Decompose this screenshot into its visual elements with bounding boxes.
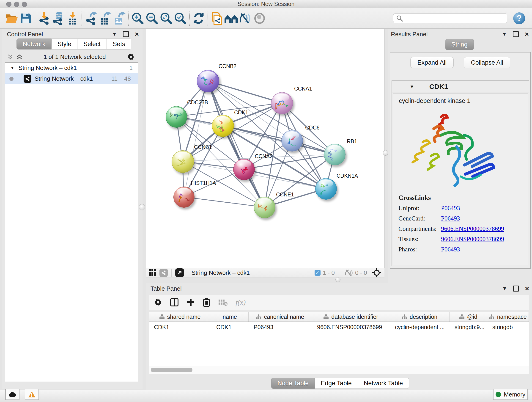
column-header-namespace[interactable]: namespace bbox=[487, 312, 529, 322]
network-node-CCNB1[interactable] bbox=[172, 150, 194, 173]
tab-node-table[interactable]: Node Table bbox=[271, 378, 315, 389]
crosshair-icon[interactable] bbox=[372, 268, 381, 277]
hide-graphics-details-button[interactable] bbox=[238, 11, 253, 26]
import-table-button[interactable] bbox=[65, 11, 80, 26]
export-table-button[interactable] bbox=[98, 11, 112, 26]
tab-edge-table[interactable]: Edge Table bbox=[315, 378, 358, 389]
table-row[interactable]: CDK1CDK1P064939606.ENSP00000378699cyclin… bbox=[149, 322, 529, 332]
apply-layout-button[interactable] bbox=[191, 11, 206, 26]
open-in-window-icon[interactable] bbox=[175, 268, 184, 277]
network-node-CDC25B[interactable] bbox=[166, 106, 187, 128]
cloud-button[interactable] bbox=[5, 389, 19, 400]
tab-sets[interactable]: Sets bbox=[107, 38, 131, 50]
window-title: Session: New Session bbox=[0, 1, 532, 7]
crosslink-genecard-link[interactable]: P06493 bbox=[441, 215, 460, 222]
open-session-button[interactable] bbox=[5, 11, 19, 26]
collapse-all-icon[interactable] bbox=[7, 54, 13, 60]
export-image-button[interactable] bbox=[112, 11, 127, 26]
network-node-CCNE1[interactable] bbox=[254, 197, 275, 218]
table-hscrollbar[interactable] bbox=[149, 366, 529, 374]
node-gloss bbox=[236, 160, 251, 168]
zoom-in-button[interactable] bbox=[131, 11, 145, 26]
right-splitter-handle[interactable] bbox=[383, 150, 388, 156]
node-label-HIST1H1A: HIST1H1A bbox=[191, 180, 216, 186]
tab-network-table[interactable]: Network Table bbox=[358, 378, 409, 389]
column-header-canonical-name[interactable]: canonical name bbox=[249, 312, 312, 322]
collapse-panel-icon[interactable]: ▼ bbox=[502, 31, 507, 37]
table-cell[interactable]: CDK1 bbox=[211, 322, 249, 332]
network-node-CDK1[interactable] bbox=[212, 115, 234, 137]
network-node-RB1[interactable] bbox=[324, 144, 346, 165]
close-panel-icon[interactable]: × bbox=[135, 32, 139, 36]
add-column-icon[interactable] bbox=[186, 298, 195, 306]
float-panel-icon[interactable] bbox=[513, 31, 519, 37]
network-node-CDKN1A[interactable] bbox=[315, 178, 337, 200]
network-node-CCNB2[interactable] bbox=[197, 70, 219, 92]
crosslink-tissues-link[interactable]: 9606.ENSP00000378699 bbox=[441, 236, 504, 243]
table-panel-title: Table Panel bbox=[151, 285, 182, 292]
network-node-CCNA2[interactable] bbox=[233, 159, 255, 180]
float-panel-icon[interactable] bbox=[513, 286, 519, 292]
column-header-shared-name[interactable]: shared name bbox=[149, 312, 211, 322]
table-cell[interactable]: P06493 bbox=[249, 322, 312, 332]
table-hscrollbar-thumb[interactable] bbox=[151, 368, 192, 372]
network-canvas[interactable]: CCNB2CCNA1CDC25BCDK1CDC6RB1CCNB1CCNA2CDK… bbox=[146, 29, 385, 268]
import-network-button[interactable] bbox=[37, 11, 51, 26]
zoom-out-button[interactable] bbox=[145, 11, 159, 26]
network-row-selected[interactable]: String Network – cdk1 11 48 bbox=[5, 73, 138, 84]
tab-network[interactable]: Network bbox=[17, 38, 51, 50]
warnings-button[interactable] bbox=[25, 389, 39, 400]
column-header-name[interactable]: name bbox=[211, 312, 249, 322]
gear-icon[interactable] bbox=[127, 53, 135, 61]
column-header-description[interactable]: description bbox=[390, 312, 450, 322]
delete-column-trash-icon[interactable] bbox=[203, 298, 210, 307]
hidden-eye-icon[interactable] bbox=[345, 269, 353, 276]
network-node-CCNA1[interactable] bbox=[271, 92, 293, 114]
close-panel-icon[interactable]: × bbox=[525, 286, 529, 291]
tab-string[interactable]: String bbox=[445, 39, 474, 50]
table-cell[interactable]: CDK1 bbox=[149, 322, 211, 332]
crosslink-uniprot-link[interactable]: P06493 bbox=[441, 205, 460, 212]
zoom-fit-button[interactable] bbox=[159, 11, 173, 26]
network-collection-row[interactable]: ▼ String Network – cdk1 1 bbox=[5, 63, 138, 73]
network-node-CDC6[interactable] bbox=[281, 130, 303, 152]
import-network-from-database-button[interactable] bbox=[51, 11, 65, 26]
show-graphics-details-button[interactable] bbox=[253, 11, 267, 26]
export-network-button[interactable] bbox=[84, 11, 98, 26]
float-panel-icon[interactable] bbox=[123, 31, 129, 37]
collapse-panel-icon[interactable]: ▼ bbox=[112, 31, 117, 37]
help-button[interactable]: ? bbox=[513, 12, 525, 24]
birdseye-grid-icon[interactable] bbox=[149, 269, 156, 276]
gene-expander-icon[interactable]: ▼ bbox=[410, 84, 414, 89]
crosslink-compartments-link[interactable]: 9606.ENSP00000378699 bbox=[441, 225, 504, 232]
column-header--id[interactable]: @id bbox=[450, 312, 487, 322]
search-input[interactable] bbox=[403, 15, 504, 22]
collapse-all-button[interactable]: Collapse All bbox=[464, 57, 510, 68]
horizontal-splitter-handle[interactable] bbox=[336, 277, 341, 282]
left-splitter-handle[interactable] bbox=[139, 204, 145, 211]
table-cell[interactable]: stringdb bbox=[487, 322, 529, 332]
zoom-selected-button[interactable] bbox=[173, 11, 187, 26]
expand-all-button[interactable]: Expand All bbox=[410, 57, 454, 68]
table-cell[interactable]: cyclin-dependent ... bbox=[390, 322, 450, 332]
collapse-panel-icon[interactable]: ▼ bbox=[502, 286, 507, 292]
first-neighbors-button[interactable] bbox=[224, 11, 238, 26]
column-header-label: description bbox=[410, 313, 437, 320]
table-cell[interactable]: stringdb:9... bbox=[450, 322, 487, 332]
save-session-button[interactable] bbox=[19, 11, 33, 26]
table-settings-gear-icon[interactable] bbox=[154, 298, 162, 306]
memory-button[interactable]: Memory bbox=[493, 389, 528, 400]
network-node-HIST1H1A[interactable] bbox=[173, 186, 195, 208]
tab-select[interactable]: Select bbox=[77, 38, 107, 50]
crosslink-pharos-link[interactable]: P06493 bbox=[441, 246, 460, 253]
string-badge-icon[interactable] bbox=[159, 269, 168, 277]
tab-style[interactable]: Style bbox=[51, 38, 77, 50]
expand-all-icon[interactable] bbox=[17, 54, 22, 60]
duplicate-network-button[interactable] bbox=[210, 11, 224, 26]
column-header-database-identifier[interactable]: database identifier bbox=[312, 312, 390, 322]
tree-expander-icon[interactable]: ▼ bbox=[10, 65, 14, 70]
selected-checkbox-icon[interactable]: ✓ bbox=[315, 270, 321, 276]
table-cell[interactable]: 9606.ENSP00000378699 bbox=[312, 322, 390, 332]
close-panel-icon[interactable]: × bbox=[525, 32, 529, 36]
show-columns-icon[interactable] bbox=[170, 298, 179, 307]
